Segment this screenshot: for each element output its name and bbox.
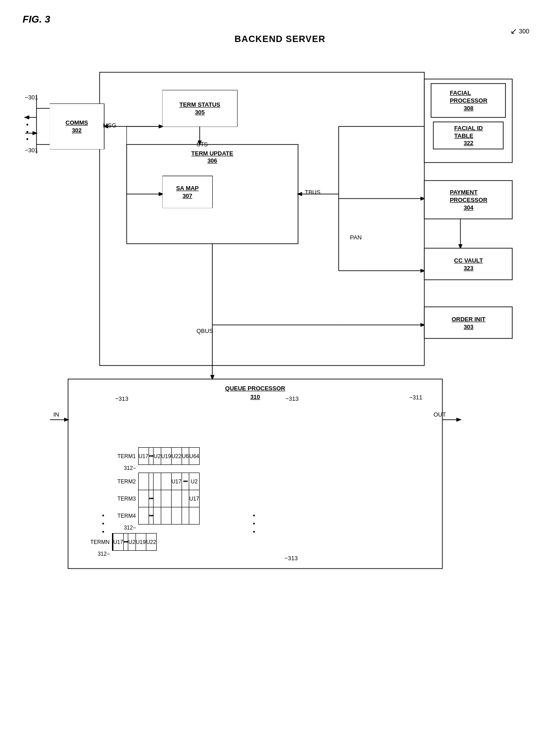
- term3-label: TERM3: [117, 490, 138, 507]
- table-row-ref: 312−: [117, 465, 200, 473]
- cell-t4-2: •••: [149, 507, 154, 525]
- cc-vault-label: CC VAULT: [454, 257, 483, 265]
- cell-t2-3: [154, 473, 161, 490]
- cell-tn-3: U17: [113, 534, 123, 551]
- term4-label: TERM4: [117, 507, 138, 525]
- ref-313a: −313: [115, 395, 128, 402]
- cell-t4-7: [189, 507, 200, 525]
- queue-table: TERM1 U17 ••• U2 U19 U22 U6 U64 312−: [117, 447, 200, 533]
- term-status-box: TERM STATUS 305: [163, 90, 237, 127]
- table-row: TERM1 U17 ••• U2 U19 U22 U6 U64: [117, 448, 200, 465]
- payment-processor-box: PAYMENTPROCESSOR 304: [425, 181, 513, 219]
- in-label: IN: [53, 411, 59, 418]
- term-update-num: 306: [207, 157, 217, 164]
- comms-box: COMMS 302: [50, 104, 104, 149]
- facial-id-num: 322: [464, 140, 474, 146]
- cell-t3-1: [138, 490, 149, 507]
- table-row: TERMN U17 ••• U2 U19 U22: [90, 534, 156, 551]
- cell-tn-6: U19: [135, 534, 146, 551]
- page-title: BACKEND SERVER: [0, 34, 560, 44]
- cell-t3-3: [154, 490, 161, 507]
- cell-t2-4: [161, 473, 171, 490]
- pan-label: PAN: [350, 234, 362, 241]
- cell-t4-1: [138, 507, 149, 525]
- term-update-label-area: TERM UPDATE 306: [126, 145, 298, 169]
- out-label: OUT: [434, 411, 446, 418]
- svg-rect-0: [100, 72, 425, 366]
- ref-312b: 312−: [117, 525, 138, 533]
- cell-t2-5: U17: [171, 473, 182, 490]
- tbus-label: TBUS: [305, 189, 321, 196]
- cell-t1-2: •••: [149, 448, 154, 465]
- queue-proc-label: QUEUE PROCESSOR: [225, 385, 285, 392]
- table-row: TERM2 U17 ••• U2: [117, 473, 200, 490]
- sa-map-num: 307: [182, 192, 192, 199]
- cell-t3-6: [182, 490, 189, 507]
- cell-t1-6: U6: [182, 448, 189, 465]
- termn-label: TERMN: [90, 534, 112, 551]
- cell-t4-4: [161, 507, 171, 525]
- facial-processor-box: FACIALPROCESSOR 308: [431, 84, 506, 117]
- term-update-label: TERM UPDATE: [191, 150, 233, 158]
- cell-t2-1: [138, 473, 149, 490]
- comms-num: 302: [72, 127, 82, 134]
- term1-label: TERM1: [117, 448, 138, 465]
- cell-t3-7: U17: [189, 490, 200, 507]
- table-row-ref: 312−: [90, 551, 156, 568]
- term2-label: TERM2: [117, 473, 138, 490]
- term-status-num: 305: [195, 109, 205, 116]
- term-status-label: TERM STATUS: [179, 101, 220, 109]
- cell-t4-5: [171, 507, 182, 525]
- ref-311: −311: [409, 394, 422, 401]
- cell-tn-7: U22: [146, 534, 156, 551]
- figure-label: FIG. 3: [23, 14, 50, 25]
- cell-tn-4: •••: [123, 534, 128, 551]
- cell-t4-3: [154, 507, 161, 525]
- vertical-dots-terms: •••: [102, 511, 104, 536]
- cell-t2-2: [149, 473, 154, 490]
- cell-tn-5: U2: [128, 534, 135, 551]
- termn-table: TERMN U17 ••• U2 U19 U22 312−: [90, 533, 157, 568]
- table-row: TERM4 •••: [117, 507, 200, 525]
- cell-t4-6: [182, 507, 189, 525]
- sa-map-label: SA MAP: [176, 185, 199, 192]
- table-row: TERM3 ••• U17: [117, 490, 200, 507]
- ref-312c: 312−: [90, 551, 112, 568]
- order-init-num: 303: [464, 323, 474, 330]
- ref-313b: −313: [285, 395, 299, 402]
- queue-proc-num: 310: [250, 394, 260, 400]
- msg-label: MSG: [103, 122, 117, 129]
- cell-t3-5: [171, 490, 182, 507]
- ref-313c: −313: [285, 555, 298, 562]
- vertical-dots-middle: •••: [253, 511, 255, 536]
- ref-301-bot: −301: [25, 147, 38, 154]
- sa-map-box: SA MAP 307: [163, 176, 212, 208]
- ref-312a: 312−: [117, 465, 138, 473]
- comms-label: COMMS: [65, 119, 88, 127]
- cell-t1-1: U17: [138, 448, 149, 465]
- cell-t2-7: U2: [189, 473, 200, 490]
- bracket-dots: •••: [26, 121, 28, 143]
- cell-t1-5: U22: [171, 448, 182, 465]
- ref-301-top: −301: [25, 94, 38, 101]
- cell-t2-6: •••: [182, 473, 189, 490]
- qbus-label: QBUS: [196, 328, 213, 334]
- cell-t3-4: [161, 490, 171, 507]
- cell-t1-7: U64: [189, 448, 200, 465]
- payment-proc-num: 304: [464, 204, 474, 211]
- order-init-box: ORDER INIT 303: [425, 307, 513, 339]
- cell-t3-2: •••: [149, 490, 154, 507]
- payment-proc-label: PAYMENTPROCESSOR: [450, 189, 487, 204]
- facial-proc-label: FACIALPROCESSOR: [450, 89, 487, 105]
- order-init-label: ORDER INIT: [452, 316, 485, 323]
- facial-id-box: FACIAL IDTABLE 322: [434, 122, 504, 149]
- facial-id-label: FACIAL IDTABLE: [454, 125, 483, 140]
- table-row-ref: 312−: [117, 525, 200, 533]
- cell-t1-3: U2: [154, 448, 161, 465]
- facial-proc-num: 308: [464, 105, 474, 112]
- cc-vault-num: 323: [464, 265, 474, 272]
- cell-t1-4: U19: [161, 448, 171, 465]
- cc-vault-box: CC VAULT 323: [425, 248, 513, 280]
